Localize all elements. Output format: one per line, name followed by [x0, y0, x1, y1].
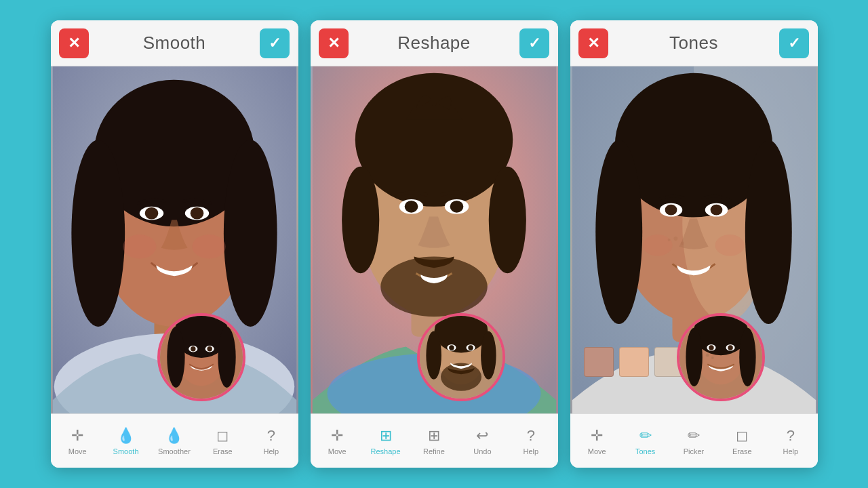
smooth-toolbar: ✛ Move 💧 Smooth 💧 Smoother ◻ Erase ? Hel… [51, 413, 298, 468]
svg-point-43 [468, 345, 473, 350]
erase-icon: ◻ [216, 427, 229, 445]
move-icon: ✛ [591, 427, 603, 445]
svg-point-8 [144, 207, 158, 220]
reshape-thumb-inner [420, 316, 502, 399]
svg-point-38 [481, 331, 496, 380]
erase-icon: ◻ [736, 427, 748, 445]
swatch-dark[interactable] [584, 347, 614, 377]
reshape-tool-help[interactable]: ? Help [511, 427, 551, 455]
svg-point-21 [207, 346, 212, 352]
swatch-medium[interactable] [619, 347, 649, 377]
svg-point-51 [745, 140, 791, 324]
help-label: Help [523, 447, 538, 455]
tones-image-area [570, 66, 818, 413]
reshape-toolbar: ✛ Move ⊞ Reshape ⊞ Refine ↩ Undo ? Help [311, 413, 558, 468]
smooth-tool-erase[interactable]: ◻ Erase [203, 427, 242, 455]
tones-swatches [584, 347, 684, 377]
smooth-image-area [51, 66, 298, 413]
svg-point-31 [404, 201, 418, 213]
svg-point-6 [223, 140, 277, 327]
svg-point-27 [342, 167, 379, 274]
svg-point-11 [123, 235, 156, 258]
undo-label: Undo [473, 447, 491, 455]
reshape-label: Reshape [371, 447, 401, 455]
svg-point-53 [665, 205, 677, 216]
tones-tool-help[interactable]: ? Help [771, 427, 810, 455]
svg-point-55 [710, 205, 722, 216]
svg-point-59 [680, 241, 684, 245]
help-icon: ? [267, 427, 275, 445]
svg-point-33 [450, 201, 463, 213]
refine-label: Refine [423, 447, 445, 455]
svg-point-69 [728, 345, 733, 350]
confirm-icon: ✓ [269, 35, 281, 52]
reshape-title-bar: ✕ Reshape ✓ [311, 20, 558, 66]
smooth-tool-smooth[interactable]: 💧 Smooth [106, 427, 146, 455]
svg-point-56 [643, 235, 672, 256]
svg-point-60 [667, 239, 670, 241]
reshape-tool-move[interactable]: ✛ Move [317, 427, 357, 455]
refine-icon: ⊞ [428, 427, 440, 445]
tones-close-button[interactable]: ✕ [578, 28, 608, 58]
svg-point-17 [218, 327, 235, 388]
smooth-title: Smooth [143, 33, 206, 54]
confirm-icon: ✓ [788, 35, 800, 52]
picker-icon: ✏ [688, 427, 700, 445]
svg-point-19 [191, 346, 196, 352]
reshape-confirm-button[interactable]: ✓ [519, 28, 549, 58]
reshape-title: Reshape [397, 33, 471, 54]
svg-point-65 [739, 328, 755, 386]
move-icon: ✛ [71, 427, 83, 445]
smooth-title-bar: ✕ Smooth ✓ [51, 20, 298, 66]
reshape-panel: ✕ Reshape ✓ [311, 20, 558, 468]
smooth-confirm-button[interactable]: ✓ [260, 28, 290, 58]
smooth-thumb-inner [160, 316, 243, 399]
tones-tool-picker[interactable]: ✏ Picker [674, 427, 713, 455]
svg-point-28 [488, 167, 526, 274]
svg-point-64 [686, 328, 702, 386]
svg-point-16 [167, 327, 184, 388]
reshape-image-area [311, 66, 558, 413]
picker-label: Picker [684, 447, 705, 455]
reshape-tool-reshape[interactable]: ⊞ Reshape [366, 427, 406, 455]
tones-tool-tones[interactable]: ✏ Tones [626, 427, 665, 455]
close-icon: ✕ [587, 35, 599, 52]
move-label: Move [328, 447, 347, 455]
confirm-icon: ✓ [528, 35, 540, 52]
svg-point-58 [673, 237, 677, 241]
move-label: Move [68, 447, 87, 455]
tones-title-bar: ✕ Tones ✓ [570, 20, 818, 66]
tones-toolbar: ✛ Move ✏ Tones ✏ Picker ◻ Erase ? Help [570, 413, 818, 468]
help-icon: ? [527, 427, 535, 445]
svg-point-71 [711, 357, 714, 359]
smooth-close-button[interactable]: ✕ [59, 28, 89, 58]
svg-point-57 [715, 235, 744, 256]
close-icon: ✕ [68, 35, 80, 52]
smooth-tool-move[interactable]: ✛ Move [58, 427, 97, 455]
tones-icon: ✏ [639, 427, 652, 445]
help-label: Help [263, 447, 279, 455]
reshape-thumb-svg [420, 316, 502, 399]
smoother-label: Smoother [158, 447, 191, 455]
smooth-thumbnail [157, 313, 245, 401]
tones-confirm-button[interactable]: ✓ [779, 28, 809, 58]
reshape-tool-undo[interactable]: ↩ Undo [462, 427, 502, 455]
move-label: Move [588, 447, 606, 455]
smooth-tool-smoother[interactable]: 💧 Smoother [155, 427, 194, 455]
tones-tool-move[interactable]: ✛ Move [577, 427, 616, 455]
tones-label: Tones [635, 447, 655, 455]
erase-label: Erase [732, 447, 752, 455]
svg-point-50 [595, 140, 642, 324]
smooth-panel: ✕ Smooth ✓ [51, 20, 298, 468]
smooth-tool-help[interactable]: ? Help [252, 427, 291, 455]
reshape-tool-refine[interactable]: ⊞ Refine [414, 427, 454, 455]
tones-tool-erase[interactable]: ◻ Erase [722, 427, 762, 455]
reshape-close-button[interactable]: ✕ [319, 28, 349, 58]
svg-point-10 [190, 207, 203, 220]
help-icon: ? [787, 427, 795, 445]
svg-point-26 [355, 73, 512, 207]
tones-thumb-svg [679, 316, 762, 399]
smooth-icon: 💧 [117, 427, 135, 445]
smooth-thumb-svg [160, 316, 243, 399]
tones-thumbnail [677, 313, 765, 401]
